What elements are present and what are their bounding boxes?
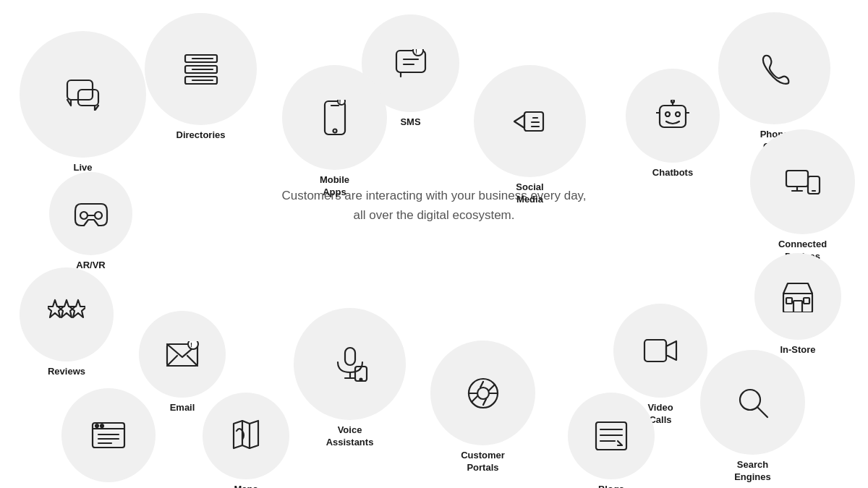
maps-circle: [203, 393, 289, 479]
svg-text:!: !: [339, 100, 341, 106]
channel-websites: Websites: [61, 388, 156, 488]
email-label: Email: [170, 402, 195, 414]
customer-portals-label: CustomerPortals: [461, 450, 505, 474]
svg-rect-1: [78, 90, 98, 106]
reviews-label: Reviews: [48, 366, 85, 378]
channel-social-media: SocialMedia: [474, 65, 586, 206]
svg-rect-43: [345, 348, 355, 365]
directories-label: Directories: [176, 129, 226, 142]
voice-assistants-circle: [294, 308, 406, 420]
main-text: Customers are interacting with your busi…: [137, 177, 731, 225]
channel-in-store: In-Store: [754, 253, 841, 356]
svg-point-30: [95, 212, 102, 219]
in-store-circle: [754, 253, 841, 340]
channel-reviews: Reviews: [20, 267, 114, 378]
channel-chatbots: Chatbots: [626, 69, 720, 179]
svg-point-15: [333, 129, 336, 132]
svg-point-29: [80, 212, 88, 219]
email-circle: !: [139, 311, 226, 398]
mobile-apps-label: MobileApps: [320, 174, 349, 199]
search-engines-circle: [700, 350, 805, 455]
mobile-apps-circle: !: [282, 65, 387, 170]
channel-directories: Directories: [145, 13, 257, 142]
connected-devices-circle: [750, 129, 855, 234]
svg-rect-55: [793, 301, 802, 312]
blogs-label: Blogs: [598, 484, 624, 488]
websites-circle: [61, 388, 156, 482]
channel-connected-devices: ConnectedDevices: [750, 129, 855, 263]
reviews-circle: [20, 267, 114, 361]
channel-ar-vr: AR/VR: [49, 172, 132, 272]
search-engines-label: SearchEngines: [734, 459, 771, 484]
channel-search-engines: SearchEngines: [700, 350, 805, 484]
svg-point-24: [676, 112, 680, 116]
blogs-circle: [568, 393, 655, 479]
chatbots-label: Chatbots: [652, 167, 693, 179]
video-calls-circle: [613, 304, 707, 398]
svg-line-72: [757, 407, 767, 417]
svg-rect-52: [644, 340, 666, 361]
live-chat-circle: [20, 31, 146, 158]
maps-label: Maps: [234, 484, 258, 488]
channel-voice-assistants: VoiceAssistants: [294, 308, 406, 449]
customer-portals-circle: [430, 341, 535, 445]
svg-rect-56: [786, 298, 792, 304]
svg-rect-32: [786, 171, 808, 187]
svg-point-47: [359, 378, 362, 380]
channel-customer-portals: CustomerPortals: [430, 341, 535, 474]
directories-circle: [145, 13, 257, 125]
svg-point-23: [665, 112, 670, 116]
svg-point-49: [477, 388, 489, 399]
main-subtitle: Customers are interacting with your busi…: [137, 186, 731, 225]
chatbots-circle: [626, 69, 720, 163]
phone-calls-circle: [718, 12, 830, 124]
channel-mobile-apps: ! MobileApps: [282, 65, 387, 199]
svg-point-61: [101, 424, 103, 427]
svg-text:!: !: [190, 341, 192, 348]
ar-vr-circle: [49, 172, 132, 255]
svg-rect-57: [804, 298, 809, 304]
social-media-circle: [474, 65, 586, 177]
svg-point-60: [95, 424, 98, 427]
svg-text:!: !: [415, 49, 417, 55]
channel-maps: Maps: [203, 393, 289, 488]
voice-assistants-label: VoiceAssistants: [326, 424, 374, 449]
channel-live-chat: LiveChat: [20, 31, 146, 187]
social-media-label: SocialMedia: [516, 181, 543, 206]
channel-blogs: Blogs: [568, 393, 655, 488]
sms-label: SMS: [400, 116, 420, 129]
